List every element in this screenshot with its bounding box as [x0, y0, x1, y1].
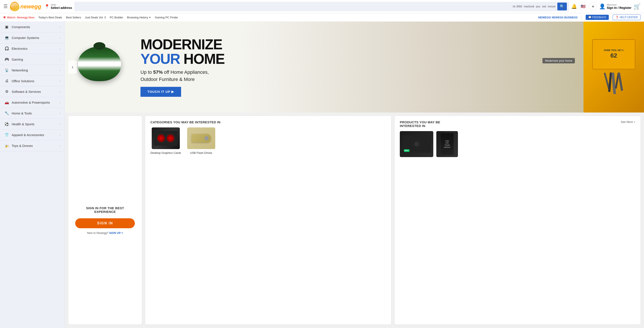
product-gpu-image: RTX [400, 131, 433, 157]
main-layout: ▣ Components › 💻 Computer Systems › 🎧 El… [0, 22, 644, 328]
feedback-button[interactable]: 💬 FEEDBACK [586, 15, 609, 20]
sidebar-item-electronics[interactable]: 🎧 Electronics › [0, 43, 64, 54]
products-card-header: PRODUCTS YOU MAY BE INTERESTED IN See Mo… [400, 120, 635, 128]
networking-icon: 📡 [4, 68, 9, 72]
nav-link-browsing-history[interactable]: Browsing History ▼ [127, 16, 151, 19]
sidebar-item-health-sports[interactable]: ⚽ Health & Sports › [0, 119, 64, 130]
sidebar-item-apparel[interactable]: 👕 Apparel & Accessories › [0, 130, 64, 140]
category-item-gpu[interactable]: Desktop Graphics Cards [150, 127, 181, 154]
sidebar-item-toys-drones[interactable]: 🚁 Toys & Drones › [0, 140, 64, 151]
notification-bell-button[interactable]: 🔔 [571, 4, 577, 9]
hero-text-area: MODERNIZE YOUR HOME Up to 57% off Home A… [140, 37, 224, 97]
hero-tools-image: HOME TOOL SET #62 [584, 22, 644, 112]
sign-in-button[interactable]: SIGN IN [75, 218, 135, 228]
hero-cta-button[interactable]: TOUCH IT UP ▶ [140, 87, 181, 97]
sidebar-item-gaming[interactable]: 🎮 Gaming › [0, 54, 64, 65]
sidebar-item-components[interactable]: ▣ Components › [0, 22, 64, 33]
gpu-category-label: Desktop Graphics Cards [150, 151, 181, 154]
nav-link-gaming-pc[interactable]: Gaming PC Finder [155, 16, 178, 19]
sidebar-label-toys-drones: Toys & Drones [12, 144, 33, 147]
nav-link-best-sellers[interactable]: Best Sellers [66, 16, 81, 19]
sidebar-item-automotive[interactable]: 🚗 Automotive & Powersports › [0, 97, 64, 108]
hero-banner: ‹ MODERNIZE YOUR HOME Up to 57% off Home… [65, 22, 644, 112]
search-tag-mouse[interactable]: mouse [548, 5, 556, 8]
sidebar: ▣ Components › 💻 Computer Systems › 🎧 El… [0, 22, 65, 328]
chevron-right-icon: › [60, 47, 60, 50]
chevron-right-icon: › [60, 122, 60, 126]
chevron-right-icon: › [60, 79, 60, 83]
sidebar-label-automotive: Automotive & Powersports [12, 101, 50, 104]
nav-link-best-deals[interactable]: Today's Best Deals [38, 16, 62, 19]
sidebar-item-networking[interactable]: 📡 Networking › [0, 65, 64, 76]
search-tag-rtx[interactable]: rtx 3060 [513, 5, 522, 8]
home-tools-icon: 🔧 [4, 111, 9, 115]
automotive-icon: 🚗 [4, 100, 9, 105]
search-button[interactable]: 🔍 [557, 3, 567, 10]
category-item-usb[interactable]: USB Flash Drives [187, 127, 215, 154]
categories-card-title: CATEGORIES YOU MAY BE INTERESTED IN [150, 120, 386, 124]
help-center-button[interactable]: ❓ HELP CENTER [613, 15, 640, 20]
sidebar-label-office-solutions: Office Solutions [12, 79, 34, 83]
new-to-newegg-text: New to Newegg? [87, 231, 108, 235]
sidebar-label-software-services: Software & Services [12, 90, 41, 93]
sidebar-label-computer-systems: Computer Systems [12, 36, 39, 40]
cart-button[interactable]: 🛒 [634, 3, 640, 10]
search-bar: rtx 3060 macbook psu ssd mouse 🔍 [74, 2, 569, 11]
header: ☰ newegg 📍 Hello Select address rtx 3060… [0, 0, 644, 13]
sidebar-label-apparel: Apparel & Accessories [12, 133, 44, 137]
hero-prev-button[interactable]: ‹ [68, 61, 77, 74]
hello-text: Hello [51, 4, 72, 6]
components-icon: ▣ [4, 25, 9, 29]
nav-link-pc-builder[interactable]: PC Builder [110, 16, 123, 19]
hero-subtitle2: Outdoor Furniture & More [140, 76, 224, 83]
gaming-icon: 🎮 [4, 57, 9, 62]
logo-egg [10, 2, 20, 11]
sidebar-item-office-solutions[interactable]: 🖨 Office Solutions › [0, 76, 64, 86]
see-more-link[interactable]: See More > [621, 120, 635, 123]
product-usb-image: G4G64GTEAMGROUP [436, 131, 458, 157]
sign-in-card-title: SIGN IN FOR THE BEST EXPERIENCE [75, 206, 135, 214]
office-solutions-icon: 🖨 [4, 79, 9, 83]
gpu-thumbnail [152, 127, 180, 149]
flag-button[interactable]: 🇺🇸 [579, 3, 587, 10]
product-item-gpu[interactable]: RTX [400, 131, 433, 157]
sidebar-label-networking: Networking [12, 68, 28, 72]
hero-tooltip: Modernize your home [542, 58, 575, 63]
signin-register-text: Sign In / Register [607, 6, 632, 10]
select-address-text: Select address [51, 6, 72, 10]
search-tag-ssd[interactable]: ssd [542, 5, 546, 8]
theme-toggle-button[interactable]: ☀ [589, 3, 597, 10]
content-area: ‹ MODERNIZE YOUR HOME Up to 57% off Home… [65, 22, 644, 328]
watch-newegg-now[interactable]: Watch: Newegg Now [4, 16, 34, 19]
sidebar-item-software-services[interactable]: ⚙ Software & Services › [0, 86, 64, 97]
categories-grid: Desktop Graphics Cards USB Flash Drives [150, 127, 386, 154]
hero-subtitle: Up to 57% off Home Appliances, [140, 69, 224, 76]
watch-label: Watch: Newegg Now [7, 16, 34, 19]
products-grid: RTX G4G64GTEAMGROUP [400, 131, 635, 157]
hamburger-button[interactable]: ☰ [4, 4, 8, 9]
chevron-right-icon: › [60, 25, 60, 29]
address-selector[interactable]: 📍 Hello Select address [44, 4, 72, 10]
usb-thumbnail [187, 127, 215, 149]
feedback-icon: 💬 [588, 16, 592, 19]
apparel-icon: 👕 [4, 133, 9, 137]
hero-title: MODERNIZE [140, 37, 224, 52]
search-tag-macbook[interactable]: macbook [524, 5, 534, 8]
sign-up-prompt: New to Newegg? SIGN UP > [87, 231, 123, 235]
products-card: PRODUCTS YOU MAY BE INTERESTED IN See Mo… [394, 116, 640, 324]
search-input[interactable] [76, 5, 511, 8]
logo[interactable]: newegg [10, 2, 41, 11]
search-tag-psu[interactable]: psu [536, 5, 540, 8]
newegg-business-link[interactable]: NEWEGG NEWEGG BUSINESS [538, 16, 578, 19]
user-account-area[interactable]: 👤 Welcome Sign In / Register [599, 4, 632, 10]
nav-link-just-deals[interactable]: Just Deals Vol. 3 [85, 16, 106, 19]
chevron-right-icon: › [60, 36, 60, 39]
sidebar-item-computer-systems[interactable]: 💻 Computer Systems › [0, 33, 64, 43]
toys-drones-icon: 🚁 [4, 143, 9, 148]
categories-card: CATEGORIES YOU MAY BE INTERESTED IN Desk… [145, 116, 391, 324]
sidebar-label-home-tools: Home & Tools [12, 111, 32, 115]
product-item-usb[interactable]: G4G64GTEAMGROUP [436, 131, 458, 157]
sign-up-link[interactable]: SIGN UP > [109, 231, 123, 235]
hero-title-your-home: YOUR HOME [140, 52, 224, 66]
sidebar-item-home-tools[interactable]: 🔧 Home & Tools › [0, 108, 64, 119]
